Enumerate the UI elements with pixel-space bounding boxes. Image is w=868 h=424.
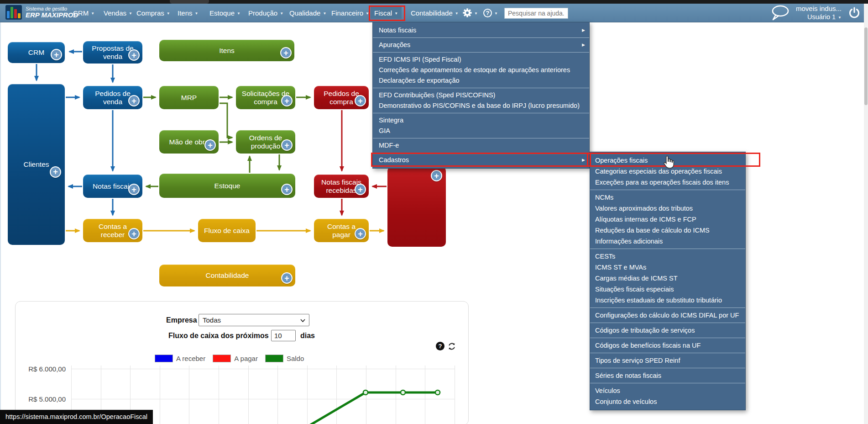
menu-contabilidade[interactable]: Contabilidade▼ [407,7,462,19]
menu-item[interactable]: MDF-e [373,140,589,151]
menu-item[interactable]: Demonstrativo do PIS/COFINS e da base do… [373,101,589,111]
help-button[interactable]: ? ▼ [483,7,498,19]
menu-item[interactable]: Sintegra [373,115,589,126]
caret-down-icon: ▼ [195,11,199,16]
mao-de-obra-box[interactable]: Mão de obra+ [159,130,219,154]
menu-estoque[interactable]: Estoque▼ [206,7,244,19]
scrollbar-track[interactable] [864,4,868,424]
estoque-box[interactable]: Estoque+ [159,174,295,198]
add-plus-icon[interactable]: + [128,184,140,195]
menu-item[interactable]: Veículos [590,385,745,396]
help-search-input[interactable] [504,8,568,19]
itens-box[interactable]: Itens+ [159,40,294,61]
menu-item[interactable]: Cargas médias de ICMS ST [590,273,745,284]
menu-item-label: Apurações [379,41,410,48]
saldo-line-series [16,302,468,424]
module-label: Itens [219,47,235,55]
pedidos-venda-box[interactable]: Pedidos de venda+ [83,86,142,109]
menu-fiscal[interactable]: Fiscal▼ [371,7,402,19]
menu-item[interactable]: Reduções da base de cálculo do ICMS [590,225,745,236]
menu-item[interactable]: EFD ICMS IPI (Sped Fiscal) [373,54,589,65]
menu-item[interactable]: Operações fiscais [590,155,745,166]
menu-item-label: Demonstrativo do PIS/COFINS e da base do… [379,102,580,109]
menu-item-label: Declarações de exportação [379,77,460,84]
add-plus-icon[interactable]: + [128,49,140,61]
add-plus-icon[interactable]: + [355,95,366,106]
menu-group: Apurações▶ [373,38,589,53]
user-block[interactable]: moveis indus... Usuário 1 ▼ [796,4,842,21]
menu-item[interactable]: Códigos de tributação de serviços [590,325,745,336]
add-plus-icon[interactable]: + [51,49,62,60]
maxiprod-logo[interactable]: Sistema de gestão ERP MAXIPROD [5,5,78,20]
settings-button[interactable]: ▼ [463,7,478,19]
add-plus-icon[interactable]: + [50,166,61,178]
clientes-box[interactable]: Clientes+ [8,84,65,245]
menu-item[interactable]: Categorias especiais das operações fisca… [590,166,745,177]
add-plus-icon[interactable]: + [281,95,293,106]
menu-item[interactable]: Notas fiscais▶ [373,25,589,36]
chat-icon[interactable] [770,5,790,21]
menu-item[interactable]: Correções de apontamentos de estoque de … [373,65,589,75]
ordens-producao-box[interactable]: Ordens de produção+ [236,130,295,154]
add-plus-icon[interactable]: + [355,228,366,239]
solicitacoes-compra-box[interactable]: Solicitações de compra+ [236,86,295,109]
menu-financeiro[interactable]: Financeiro▼ [328,7,373,19]
caret-down-icon: ▼ [323,11,326,16]
fluxo-caixa-box[interactable]: Fluxo de caixa [198,219,256,242]
menu-item[interactable]: Apurações▶ [373,40,589,50]
contabilidade-box[interactable]: Contabilidade+ [159,265,295,286]
add-plus-icon[interactable]: + [204,139,216,151]
menu-item[interactable]: GIA [373,126,589,136]
menu-item[interactable]: Tipos de serviço SPED Reinf [590,355,745,366]
menu-item[interactable]: NCMs [590,192,745,203]
module-label: MRP [181,94,197,102]
contas-receber-box[interactable]: Contas a receber+ [83,219,142,242]
add-plus-icon[interactable]: + [280,47,292,58]
menu-item[interactable]: CESTs [590,251,745,262]
menu-label: CRM [73,9,89,17]
menu-item-label: Códigos de tributação de serviços [595,327,695,334]
menu-item[interactable]: Alíquotas internas de ICMS e FCP [590,214,745,225]
add-plus-icon[interactable]: + [281,139,293,151]
add-plus-icon[interactable]: + [128,228,140,239]
add-plus-icon[interactable]: + [355,184,366,195]
menu-item[interactable]: Conjunto de veículos [590,396,745,407]
menu-item[interactable]: Códigos de benefícios fiscais na UF [590,340,745,351]
menu-item[interactable]: Inscrições estaduais de substituto tribu… [590,295,745,306]
menu-item-label: ICMS ST e MVAs [595,264,646,271]
menu-item[interactable]: Situações fiscais especiais [590,284,745,295]
add-plus-icon[interactable]: + [431,170,442,181]
crm-box[interactable]: CRM+ [8,42,65,63]
menu-qualidade[interactable]: Qualidade▼ [286,7,330,19]
menu-item[interactable]: Declarações de exportação [373,75,589,86]
menu-item[interactable]: EFD Contribuições (Sped PIS/COFINS) [373,90,589,101]
notas-fiscais-recebidas-box[interactable]: Notas fiscais recebidas+ [314,175,369,198]
menu-compras[interactable]: Compras▼ [133,7,174,19]
menu-item[interactable]: Informações adicionais [590,236,745,247]
scrollbar-thumb[interactable] [864,27,868,105]
pedidos-compra-box[interactable]: Pedidos de compra+ [314,86,369,109]
contas-pagar-box[interactable]: Contas a pagar+ [314,219,369,242]
menu-vendas[interactable]: Vendas▼ [100,7,136,19]
menu-item[interactable]: Séries de notas fiscais [590,370,745,381]
add-plus-icon[interactable]: + [128,95,140,106]
menu-crm[interactable]: CRM▼ [69,7,98,19]
menu-item[interactable]: ICMS ST e MVAs [590,262,745,273]
menu-item[interactable]: Exceções para as operações fiscais dos i… [590,177,745,188]
fornecedores-box[interactable]: + [387,166,446,247]
add-plus-icon[interactable]: + [281,184,293,195]
menu-item-label: Códigos de benefícios fiscais na UF [595,342,701,349]
propostas-venda-box[interactable]: Propostas de venda+ [83,41,142,64]
caret-down-icon: ▼ [237,11,241,16]
menu-item[interactable]: Valores aproximados dos tributos [590,203,745,214]
menu-item-label: EFD Contribuições (Sped PIS/COFINS) [379,91,495,99]
notas-fiscais-box[interactable]: Notas fiscais+ [83,175,142,198]
menu-producao[interactable]: Produção▼ [245,7,287,19]
menu-group: SintegraGIA [373,113,589,138]
power-icon[interactable] [848,6,861,19]
menu-item[interactable]: Cadastros▶ [373,155,589,165]
add-plus-icon[interactable]: + [281,272,293,284]
menu-item[interactable]: Configurações do cálculo do ICMS DIFAL p… [590,310,745,321]
menu-itens[interactable]: Itens▼ [174,7,202,19]
mrp-box[interactable]: MRP [159,86,219,109]
